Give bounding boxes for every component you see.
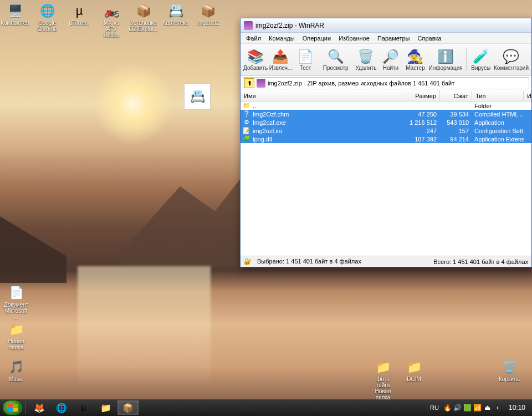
taskbar-app-firefox[interactable]: 🦊 [29,400,50,415]
file-name: .. [253,103,402,109]
app-icon: 📄 [7,284,25,302]
toolbar-button-Удалить[interactable]: 🗑️ Удалить [354,45,378,74]
file-packed: 94 214 [440,136,472,143]
start-button[interactable] [2,400,23,415]
desktop-icon[interactable]: 📁 Новая папка [2,319,30,352]
menu-item[interactable]: Операции [303,35,331,42]
desktop-icon[interactable]: 📄 Документ Microsoft ... [2,283,30,321]
up-folder-icon[interactable]: ⬆ [244,78,254,88]
status-icon: 🔐 [244,258,257,265]
file-size: 47 250 [402,111,440,118]
menu-item[interactable]: Файл [246,35,261,42]
tray-flag-icon[interactable]: 🔥 [443,403,452,412]
desktop-icon[interactable]: 📁 фото тайга Новая папка [369,357,397,402]
wallpaper-shape [0,216,66,283]
col-name[interactable]: Имя [241,90,402,101]
app-icon: 🏍️ [103,2,120,20]
Информация-icon: ℹ️ [437,48,454,65]
toolbar-button-Просмотр[interactable]: 🔍 Просмотр [318,45,354,74]
col-packed[interactable]: Сжат [440,90,472,101]
file-type: Compiled HTML ... [472,111,524,118]
desktop-loose-icon[interactable]: 📇 [184,83,211,110]
toolbar-button-Комментарий[interactable]: 💬 Комментарий [493,45,529,74]
file-row[interactable]: ⚙ Img2ozf.exe 1 216 512 543 010 Applicat… [241,118,531,126]
Комментарий-icon: 💬 [503,48,519,65]
file-row[interactable]: 📁 .. Folder [241,102,531,110]
toolbar-button-Мастер[interactable]: 🧙 Мастер [403,45,428,74]
tray-media-icon[interactable]: 🔊 [453,403,462,412]
desktop-icon[interactable]: 🌐 Google Chrome [33,1,61,39]
file-size: 247 [402,128,440,134]
col-modified[interactable]: И [524,90,531,101]
menu-item[interactable]: Избранное [339,35,370,42]
tray-eject-icon[interactable]: ⏏ [483,403,492,412]
Тест-icon: 📄 [297,48,314,65]
desktop-icon[interactable]: µ µTorrent [65,1,93,39]
icon-label: Google Chrome [34,20,60,32]
address-bar[interactable]: ⬆ img2ozf2.zip - ZIP архив, размер исход… [243,77,529,89]
language-indicator[interactable]: RU [428,403,441,412]
icon-label: µTorrent [69,20,90,26]
desktop-icon[interactable]: 📁 DCIM [400,357,428,383]
menu-item[interactable]: Справка [418,35,442,42]
taskbar-app-chrome[interactable]: 🌐 [51,400,72,415]
Найти-icon: 🔎 [382,48,399,65]
tray-chevron-icon[interactable]: ‹ [493,403,502,412]
toolbar-button-Тест[interactable]: 📄 Тест [293,45,318,74]
toolbar-button-Найти[interactable]: 🔎 Найти [378,45,403,74]
toolbar-separator [466,48,467,71]
app-icon: 🖥️ [6,2,24,20]
desktop-icon[interactable]: 📇 Картотека [162,1,190,39]
app-icon: 📦 [199,2,217,20]
wallpaper-shape [78,266,211,388]
file-type-icon: ⚙ [242,119,251,126]
file-type: Folder [472,103,524,109]
icon-label: Корзина [499,376,520,382]
desktop-icon[interactable]: 📦 img2ozf2 [194,1,222,39]
icon-label: img2ozf2 [197,20,219,26]
desktop-icon[interactable]: 🗑️ Корзина [495,357,523,383]
file-size: 1 216 512 [402,119,440,126]
col-size[interactable]: Размер [402,90,440,101]
windows-logo-icon [8,404,18,412]
clock[interactable]: 10:10 [504,404,530,412]
file-row[interactable]: ❔ Img2Ozf.chm 47 250 39 534 Compiled HTM… [241,110,531,118]
menu-item[interactable]: Параметры [377,35,410,42]
desktop-icon[interactable]: 📦 Установка OZIExplor... [130,1,157,39]
toolbar-button-Извлеч...[interactable]: 📤 Извлеч... [268,45,293,74]
desktop-icon[interactable]: 🖥️ Компьютер [1,1,29,39]
taskbar-app-utorrent[interactable]: µ [73,400,94,415]
taskbar-separator [25,402,26,414]
toolbar-label: Мастер [406,65,425,71]
file-row[interactable]: 🧩 lpng.dll 187 392 94 214 Application Ex… [241,135,531,143]
file-row[interactable]: 📝 img2ozf.ini 247 157 Configuration Sett… [241,126,531,135]
winrar-icon: 📦 [122,403,134,413]
file-list-header[interactable]: Имя Размер Сжат Тип И [241,90,531,102]
taskbar-app-winrar[interactable]: 📦 [117,400,139,415]
file-packed: 157 [440,128,472,134]
toolbar-button-Добавить[interactable]: 📚 Добавить [243,45,268,74]
desktop-icon[interactable]: 🏍️ MX vs ATV Reflex [98,1,125,39]
toolbar-label: Тест [300,65,311,71]
winrar-icon [244,21,253,30]
titlebar[interactable]: img2ozf2.zip - WinRAR [241,18,531,33]
toolbar-button-Вирусы[interactable]: 🧪 Вирусы [468,45,493,74]
utorrent-icon: µ [81,403,86,413]
desktop-icon[interactable]: 🎵 Music [2,357,30,383]
Вирусы-icon: 🧪 [473,48,489,65]
menu-item[interactable]: Команды [269,35,295,42]
file-list[interactable]: 📁 .. Folder ❔ Img2Ozf.chm 47 250 39 534 … [241,102,531,256]
file-type: Application [472,119,524,126]
app-icon: 📁 [405,358,423,376]
file-name: img2ozf.ini [253,128,402,134]
archive-path: img2ozf2.zip - ZIP архив, размер исходны… [268,80,454,87]
taskbar-app-explorer[interactable]: 📁 [95,400,116,415]
tray-manager-icon[interactable]: 🟩 [463,403,472,412]
app-icon: 🎵 [7,358,25,376]
status-selected: Выбрано: 1 451 401 байт в 4 файлах [257,258,361,265]
toolbar-label: Информация [429,65,463,71]
toolbar-button-Информация[interactable]: ℹ️ Информация [428,45,464,74]
col-type[interactable]: Тип [472,90,524,101]
status-bar: 🔐Выбрано: 1 451 401 байт в 4 файлах Всег… [241,256,531,267]
tray-network-icon[interactable]: 📶 [473,403,482,412]
